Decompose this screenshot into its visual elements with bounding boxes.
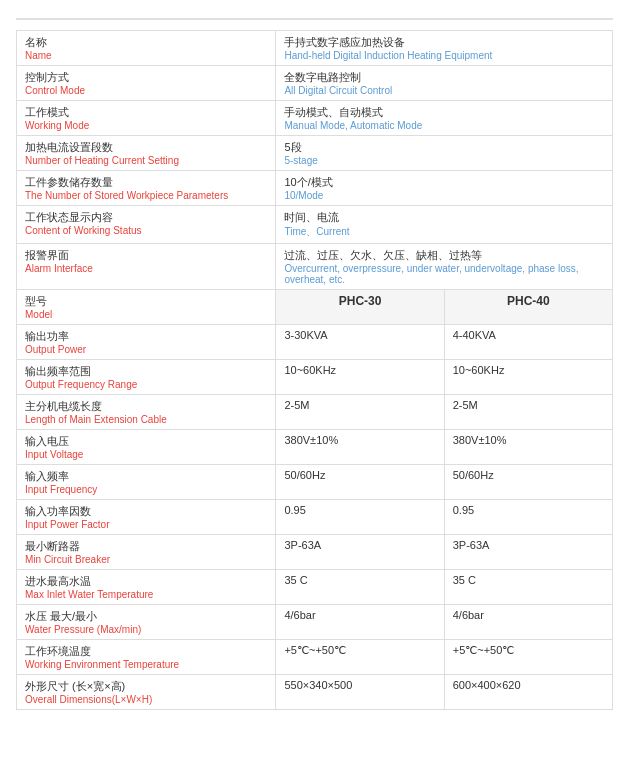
table-row: 工作状态显示内容 Content of Working Status 时间、电流…: [17, 206, 613, 244]
dual-label-cell: 输出频率范围 Output Frequency Range: [17, 360, 276, 395]
value-en: 10/Mode: [284, 190, 604, 201]
dual-label-zh: 输出功率: [25, 329, 267, 344]
label-cell: 报警界面 Alarm Interface: [17, 244, 276, 290]
label-zh: 工作状态显示内容: [25, 210, 267, 225]
dual-label-cell: 主分机电缆长度 Length of Main Extension Cable: [17, 395, 276, 430]
dual-val2: +5℃~+50℃: [444, 640, 612, 675]
value-cell: 过流、过压、欠水、欠压、缺相、过热等 Overcurrent, overpres…: [276, 244, 613, 290]
dual-val1: 4/6bar: [276, 605, 444, 640]
dual-val2: 0.95: [444, 500, 612, 535]
dual-label-cell: 外形尺寸 (长×宽×高) Overall Dimensions(L×W×H): [17, 675, 276, 710]
value-zh: 全数字电路控制: [284, 70, 604, 85]
dual-label-en: Input Voltage: [25, 449, 267, 460]
model-label-zh: 型号: [25, 294, 267, 309]
dual-label-zh: 水压 最大/最小: [25, 609, 267, 624]
label-zh: 报警界面: [25, 248, 267, 263]
dual-table-row: 进水最高水温 Max Inlet Water Temperature 35 C …: [17, 570, 613, 605]
dual-label-en: Max Inlet Water Temperature: [25, 589, 267, 600]
value-zh: 5段: [284, 140, 604, 155]
label-en: Control Mode: [25, 85, 267, 96]
table-row: 名称 Name 手持式数字感应加热设备 Hand-held Digital In…: [17, 31, 613, 66]
model-col1: PHC-30: [276, 290, 444, 325]
dual-label-zh: 输入频率: [25, 469, 267, 484]
value-en: 5-stage: [284, 155, 604, 166]
dual-label-zh: 进水最高水温: [25, 574, 267, 589]
dual-val1: 35 C: [276, 570, 444, 605]
value-en: Hand-held Digital Induction Heating Equi…: [284, 50, 604, 61]
value-zh: 10个/模式: [284, 175, 604, 190]
dual-val1: 550×340×500: [276, 675, 444, 710]
label-en: Alarm Interface: [25, 263, 267, 274]
dual-val2: 600×400×620: [444, 675, 612, 710]
table-row: 工作模式 Working Mode 手动模式、自动模式 Manual Mode,…: [17, 101, 613, 136]
dual-val1: 0.95: [276, 500, 444, 535]
value-zh: 时间、电流: [284, 210, 604, 225]
dual-table-row: 输出功率 Output Power 3-30KVA 4-40KVA: [17, 325, 613, 360]
dual-val2: 50/60Hz: [444, 465, 612, 500]
dual-val2: 3P-63A: [444, 535, 612, 570]
value-cell: 全数字电路控制 All Digital Circuit Control: [276, 66, 613, 101]
value-en: Time、Current: [284, 225, 604, 239]
label-zh: 名称: [25, 35, 267, 50]
model-col2: PHC-40: [444, 290, 612, 325]
dual-label-cell: 水压 最大/最小 Water Pressure (Max/min): [17, 605, 276, 640]
dual-table-row: 输入电压 Input Voltage 380V±10% 380V±10%: [17, 430, 613, 465]
dual-val2: 380V±10%: [444, 430, 612, 465]
dual-val2: 4/6bar: [444, 605, 612, 640]
label-en: Number of Heating Current Setting: [25, 155, 267, 166]
value-cell: 10个/模式 10/Mode: [276, 171, 613, 206]
table-row: 加热电流设置段数 Number of Heating Current Setti…: [17, 136, 613, 171]
dual-val2: 2-5M: [444, 395, 612, 430]
label-cell: 加热电流设置段数 Number of Heating Current Setti…: [17, 136, 276, 171]
dual-label-cell: 输入功率因数 Input Power Factor: [17, 500, 276, 535]
value-zh: 过流、过压、欠水、欠压、缺相、过热等: [284, 248, 604, 263]
dual-table-row: 工作环境温度 Working Environment Temperature +…: [17, 640, 613, 675]
dual-val1: 380V±10%: [276, 430, 444, 465]
dual-label-zh: 输出频率范围: [25, 364, 267, 379]
label-zh: 工件参数储存数量: [25, 175, 267, 190]
page-container: 名称 Name 手持式数字感应加热设备 Hand-held Digital In…: [0, 0, 629, 722]
dual-val2: 35 C: [444, 570, 612, 605]
dual-val1: 3P-63A: [276, 535, 444, 570]
params-table: 名称 Name 手持式数字感应加热设备 Hand-held Digital In…: [16, 30, 613, 710]
dual-val1: 10~60KHz: [276, 360, 444, 395]
dual-table-row: 主分机电缆长度 Length of Main Extension Cable 2…: [17, 395, 613, 430]
label-cell: 工作模式 Working Mode: [17, 101, 276, 136]
dual-label-cell: 输入频率 Input Frequency: [17, 465, 276, 500]
value-cell: 手持式数字感应加热设备 Hand-held Digital Induction …: [276, 31, 613, 66]
dual-table-row: 水压 最大/最小 Water Pressure (Max/min) 4/6bar…: [17, 605, 613, 640]
value-cell: 时间、电流 Time、Current: [276, 206, 613, 244]
value-en: Overcurrent, overpressure, under water, …: [284, 263, 604, 285]
dual-table-row: 最小断路器 Min Circuit Breaker 3P-63A 3P-63A: [17, 535, 613, 570]
dual-label-cell: 工作环境温度 Working Environment Temperature: [17, 640, 276, 675]
value-cell: 5段 5-stage: [276, 136, 613, 171]
dual-label-cell: 最小断路器 Min Circuit Breaker: [17, 535, 276, 570]
dual-label-en: Working Environment Temperature: [25, 659, 267, 670]
dual-label-cell: 输出功率 Output Power: [17, 325, 276, 360]
label-cell: 名称 Name: [17, 31, 276, 66]
dual-label-en: Water Pressure (Max/min): [25, 624, 267, 635]
label-cell: 工件参数储存数量 The Number of Stored Workpiece …: [17, 171, 276, 206]
label-en: The Number of Stored Workpiece Parameter…: [25, 190, 267, 201]
value-en: All Digital Circuit Control: [284, 85, 604, 96]
dual-label-zh: 主分机电缆长度: [25, 399, 267, 414]
model-header-row: 型号 Model PHC-30 PHC-40: [17, 290, 613, 325]
dual-label-zh: 工作环境温度: [25, 644, 267, 659]
dual-table-row: 输入功率因数 Input Power Factor 0.95 0.95: [17, 500, 613, 535]
dual-label-en: Min Circuit Breaker: [25, 554, 267, 565]
dual-val1: 50/60Hz: [276, 465, 444, 500]
dual-table-row: 输出频率范围 Output Frequency Range 10~60KHz 1…: [17, 360, 613, 395]
dual-label-en: Length of Main Extension Cable: [25, 414, 267, 425]
label-zh: 工作模式: [25, 105, 267, 120]
dual-label-en: Overall Dimensions(L×W×H): [25, 694, 267, 705]
dual-val1: 2-5M: [276, 395, 444, 430]
dual-table-row: 外形尺寸 (长×宽×高) Overall Dimensions(L×W×H) 5…: [17, 675, 613, 710]
dual-label-zh: 外形尺寸 (长×宽×高): [25, 679, 267, 694]
label-zh: 控制方式: [25, 70, 267, 85]
label-cell: 控制方式 Control Mode: [17, 66, 276, 101]
label-cell: 工作状态显示内容 Content of Working Status: [17, 206, 276, 244]
value-zh: 手动模式、自动模式: [284, 105, 604, 120]
label-en: Working Mode: [25, 120, 267, 131]
table-row: 控制方式 Control Mode 全数字电路控制 All Digital Ci…: [17, 66, 613, 101]
dual-label-cell: 进水最高水温 Max Inlet Water Temperature: [17, 570, 276, 605]
